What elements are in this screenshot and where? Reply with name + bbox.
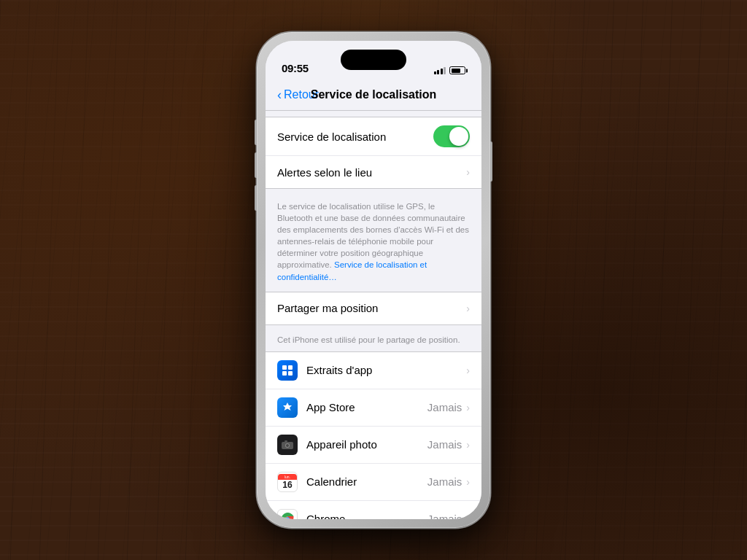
svg-rect-1 xyxy=(288,365,293,370)
extraits-app-icon xyxy=(277,360,298,381)
status-time: 09:55 xyxy=(282,62,309,74)
nav-header: ‹ Retour Service de localisation xyxy=(266,79,481,111)
list-item[interactable]: Appareil photo Jamais › xyxy=(266,427,481,464)
battery-icon xyxy=(449,66,465,74)
screen-content[interactable]: Service de localisation Alertes selon le… xyxy=(266,111,481,519)
list-item[interactable]: lun. 16 Calendrier Jamais › xyxy=(266,464,481,501)
svg-point-6 xyxy=(286,444,289,447)
app-value: Jamais xyxy=(427,513,462,519)
app-chevron-icon: › xyxy=(466,513,470,519)
appstore-app-icon xyxy=(277,397,298,418)
phone-device: 09:55 ‹ Retour Service de localisation xyxy=(257,32,490,528)
calendar-app-icon: lun. 16 xyxy=(277,472,298,492)
app-name: Appareil photo xyxy=(306,438,427,451)
share-position-chevron-icon: › xyxy=(466,303,470,314)
share-position-row[interactable]: Partager ma position › xyxy=(266,292,481,324)
svg-rect-7 xyxy=(285,440,287,442)
camera-app-icon xyxy=(277,435,298,455)
list-item[interactable]: Chrome Jamais › xyxy=(266,501,481,519)
description-text: Le service de localisation utilise le GP… xyxy=(277,202,469,269)
alerts-label: Alertes selon le lieu xyxy=(277,166,466,179)
location-service-toggle[interactable] xyxy=(433,125,470,147)
app-value: Jamais xyxy=(427,475,462,488)
nav-title: Service de localisation xyxy=(311,88,437,101)
chrome-app-icon xyxy=(277,509,298,519)
app-name: Calendrier xyxy=(306,475,427,488)
apps-section: Extraits d'app › App Store Jamais › xyxy=(266,351,481,519)
app-chevron-icon: › xyxy=(466,365,470,376)
app-value: Jamais xyxy=(427,438,462,451)
app-chevron-icon: › xyxy=(466,476,470,488)
alerts-chevron-icon: › xyxy=(466,166,470,178)
svg-rect-2 xyxy=(282,371,287,376)
location-service-row[interactable]: Service de localisation xyxy=(266,117,481,156)
share-position-label: Partager ma position xyxy=(277,302,466,314)
app-name: App Store xyxy=(306,401,427,413)
app-value: Jamais xyxy=(427,401,462,413)
svg-rect-3 xyxy=(288,371,293,376)
svg-rect-0 xyxy=(282,365,287,370)
status-icons xyxy=(434,66,466,74)
alerts-row[interactable]: Alertes selon le lieu › xyxy=(266,156,481,188)
location-service-label: Service de localisation xyxy=(277,131,433,143)
back-chevron-icon: ‹ xyxy=(277,88,282,101)
dynamic-island xyxy=(341,50,406,70)
list-item[interactable]: Extraits d'app › xyxy=(266,352,481,389)
app-name: Chrome xyxy=(306,513,427,519)
share-position-section: Partager ma position › xyxy=(266,292,481,325)
share-position-description: Cet iPhone est utilisé pour le partage d… xyxy=(266,331,481,351)
location-description: Le service de localisation utilise le GP… xyxy=(266,195,481,292)
phone-screen: 09:55 ‹ Retour Service de localisation xyxy=(266,41,481,519)
app-chevron-icon: › xyxy=(466,439,470,451)
location-service-section: Service de localisation Alertes selon le… xyxy=(266,117,481,189)
app-chevron-icon: › xyxy=(466,402,470,413)
signal-bars-icon xyxy=(434,67,446,74)
share-position-subtitle: Cet iPhone est utilisé pour le partage d… xyxy=(277,335,460,344)
app-name: Extraits d'app xyxy=(306,364,466,376)
list-item[interactable]: App Store Jamais › xyxy=(266,389,481,427)
